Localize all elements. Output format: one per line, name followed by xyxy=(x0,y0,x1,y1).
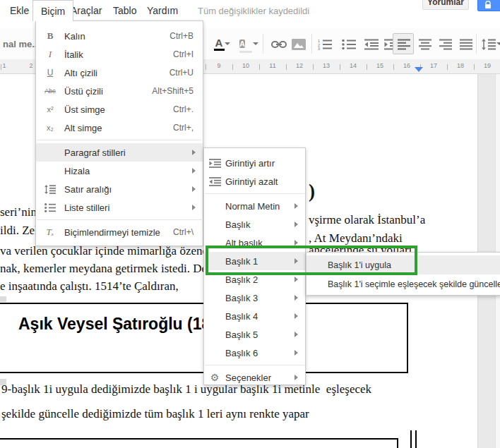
menubar: Ekle Araçlar Tablo Yardım Tüm değişiklik… xyxy=(0,0,500,20)
align-right-button[interactable] xyxy=(437,36,454,53)
doc-heading-paren: ) xyxy=(309,181,315,202)
lock-icon xyxy=(484,1,492,9)
menu-ekle[interactable]: Ekle xyxy=(10,5,29,16)
line-spacing-button[interactable] xyxy=(480,36,497,53)
menu-yardim[interactable]: Yardım xyxy=(147,5,178,16)
submenu-arrow-icon xyxy=(294,240,298,246)
align-center-button[interactable] xyxy=(417,36,434,53)
align-center-icon xyxy=(419,39,431,50)
highlight-color-button[interactable]: A xyxy=(237,36,254,53)
svg-text:3: 3 xyxy=(318,47,320,50)
doc-note-line: 9-başlık 1i uygula dediğimizde başlık 1 … xyxy=(1,382,371,396)
superscript-icon: x² xyxy=(36,105,64,114)
menu-item-baslik1-guncelle[interactable]: Başlık 1'i seçimle eşleşecek şekilde gün… xyxy=(306,274,500,293)
ruler-number: 10 xyxy=(242,62,250,69)
strikethrough-icon: Abc xyxy=(36,87,64,95)
menu-item-liste-stilleri[interactable]: Liste stilleri xyxy=(36,198,203,217)
align-left-icon xyxy=(398,39,410,50)
submenu-arrow-icon xyxy=(294,313,298,319)
submenu-arrow-icon xyxy=(294,222,298,227)
menu-item-kalin[interactable]: B Kalın Ctrl+B xyxy=(36,27,203,45)
highlight-color-icon: A xyxy=(239,37,252,53)
doc-text-fragment: ildi. Zel xyxy=(0,224,38,238)
doc-text-fragment: vşirme olarak İstanbul’a xyxy=(309,213,425,227)
menu-item-alti-cizili[interactable]: U Altı çizili Ctrl+U xyxy=(36,63,203,82)
doc-text-fragment: seri’nin xyxy=(0,205,37,219)
align-left-button[interactable] xyxy=(395,36,412,53)
indent-marker[interactable] xyxy=(415,67,423,72)
menu-bicim-active[interactable]: Biçim xyxy=(32,0,73,21)
indent-decrease-button[interactable] xyxy=(363,36,380,53)
bulleted-list-button[interactable] xyxy=(340,36,357,53)
menu-separator xyxy=(37,219,202,220)
indent-decrease-icon xyxy=(204,177,225,186)
menu-item-alt-simge[interactable]: x₂ Alt simge Ctrl+, xyxy=(36,119,203,137)
submenu-arrow-icon xyxy=(294,203,298,209)
save-status: Tüm değişiklikler kaydedildi xyxy=(198,6,309,16)
menu-separator xyxy=(205,193,304,194)
gear-icon: ⚙ xyxy=(204,372,225,383)
submenu-arrow-icon xyxy=(192,205,196,210)
paragraph-style-selector[interactable]: nal me... xyxy=(3,39,40,49)
menu-item-girintiyi-artir[interactable]: Girintiyi artır xyxy=(204,154,305,172)
align-justify-button[interactable] xyxy=(458,36,475,53)
margin-mark xyxy=(0,296,6,302)
google-docs-window: seri’nin ildi. Zel va verilen çocuklar i… xyxy=(0,0,500,448)
table-edge-bar xyxy=(410,430,412,448)
numbered-list-button[interactable]: 1 2 3 xyxy=(316,36,333,53)
menu-item-secenekler[interactable]: ⚙ Seçenekler xyxy=(204,368,305,385)
text-color-icon: A xyxy=(214,38,225,51)
menu-item-girintiyi-azalt[interactable]: Girintiyi azalt xyxy=(204,172,305,190)
ruler-number: 9 xyxy=(215,62,223,69)
doc-text-fragment: va verilen çocuklar içinde mimarlığa öze… xyxy=(0,244,215,258)
doc-text-fragment: nak, kemerler meydana getirmek istedi. D… xyxy=(0,262,217,276)
insert-image-button[interactable] xyxy=(290,36,307,53)
menu-item-satir-araligi[interactable]: Satır aralığı xyxy=(36,180,203,198)
menu-item-ustu-cizili[interactable]: Abc Üstü çizili Alt+Shift+5 xyxy=(36,82,203,100)
ruler-number: 11 xyxy=(268,62,277,69)
document-heading1: Aşık Veysel Şatıroğlu (18 xyxy=(18,315,210,334)
format-menu: B Kalın Ctrl+B I İtalik Ctrl+I U Altı çi… xyxy=(35,20,203,246)
table-border-bottom xyxy=(0,438,398,448)
table-edge-bar xyxy=(415,430,417,448)
menu-item-ust-simge[interactable]: x² Üst simge Ctrl+. xyxy=(36,100,203,119)
menu-araclar[interactable]: Araçlar xyxy=(71,5,102,16)
link-icon xyxy=(271,40,287,49)
highlight-dropdown-icon[interactable] xyxy=(253,42,258,45)
menu-item-hizala[interactable]: Hizala xyxy=(36,162,203,180)
menu-item-normal-metin[interactable]: Normal Metin xyxy=(204,197,305,215)
italic-icon: I xyxy=(36,49,64,60)
menu-item-baslik[interactable]: Başlık xyxy=(204,215,305,234)
menu-item-bicimlendirmeyi-temizle[interactable]: Tₓ Biçimlendirmeyi temizle Ctrl+\ xyxy=(36,223,203,241)
submenu-arrow-icon xyxy=(294,277,298,282)
menu-tablo[interactable]: Tablo xyxy=(113,5,136,16)
submenu-arrow-icon xyxy=(294,375,298,380)
menu-separator xyxy=(205,365,304,365)
menu-item-italik[interactable]: I İtalik Ctrl+I xyxy=(36,45,203,63)
text-color-dropdown-icon[interactable] xyxy=(225,42,230,45)
menu-item-baslik-3[interactable]: Başlık 3 xyxy=(204,289,305,307)
line-spacing-icon xyxy=(482,39,496,50)
comments-button[interactable]: Yorumlar xyxy=(422,0,469,10)
indent-decrease-icon xyxy=(364,39,379,50)
insert-link-button[interactable] xyxy=(270,36,287,53)
clear-formatting-icon: Tₓ xyxy=(36,226,64,238)
line-spacing-dropdown-icon[interactable] xyxy=(496,42,500,45)
menu-item-baslik-5[interactable]: Başlık 5 xyxy=(204,325,305,344)
menu-item-baslik-4[interactable]: Başlık 4 xyxy=(204,307,305,325)
annotation-box xyxy=(206,246,417,275)
ruler-number: 17 xyxy=(429,62,438,69)
menu-item-baslik-6[interactable]: Başlık 6 xyxy=(204,344,305,362)
doc-text-fragment: e inşaatında çalıştı. 1514’te Çaldıran, xyxy=(0,279,179,293)
submenu-arrow-icon xyxy=(192,150,196,155)
align-right-icon xyxy=(439,39,452,50)
menu-separator xyxy=(37,140,202,140)
share-button[interactable] xyxy=(477,0,500,11)
submenu-arrow-icon xyxy=(294,332,298,337)
image-icon xyxy=(292,39,306,50)
menu-item-paragraf-stilleri[interactable]: Paragraf stilleri xyxy=(36,143,203,162)
submenu-arrow-icon xyxy=(294,350,298,356)
doc-note-line: şekilde güncelle dediğimizde tüm başlık … xyxy=(1,407,309,421)
submenu-arrow-icon xyxy=(192,168,196,174)
submenu-arrow-icon xyxy=(294,295,298,301)
